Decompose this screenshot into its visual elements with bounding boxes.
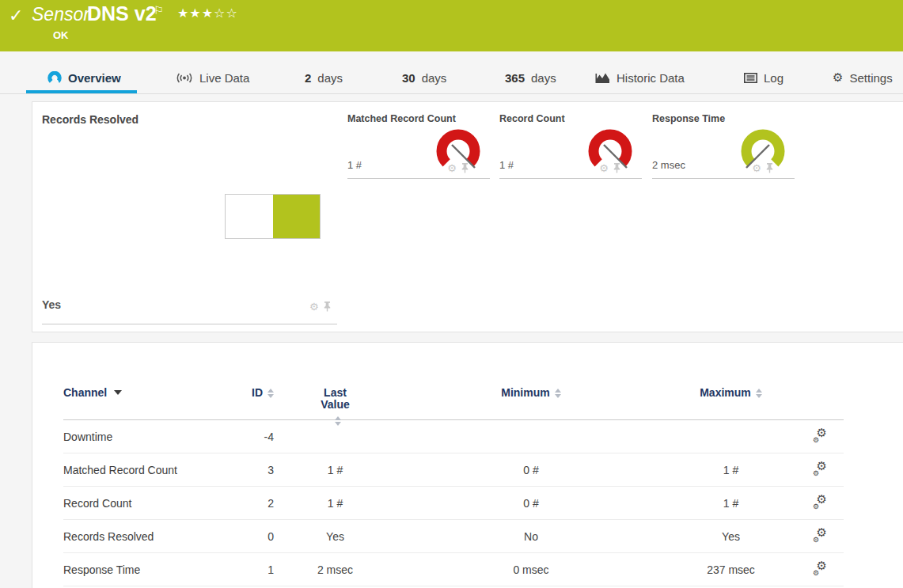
column-header-id[interactable]: ID (246, 387, 274, 426)
channel-settings-gears-icon[interactable]: ⚙⚙ (812, 461, 828, 476)
tab-historic-data[interactable]: Historic Data (595, 62, 685, 93)
channel-id: 2 (246, 497, 274, 510)
channel-last-value: 1 # (274, 497, 396, 510)
tab-overview[interactable]: Overview (47, 62, 121, 93)
widget-title: Matched Record Count (347, 113, 490, 124)
table-row: Record Count 2 1 # 0 # 1 # ⚙⚙ (63, 487, 844, 520)
gear-icon[interactable]: ⚙ (309, 302, 319, 312)
status-check-icon: ✓ (9, 6, 23, 26)
column-header-channel[interactable]: Channel (63, 387, 246, 426)
channel-name: Response Time (63, 563, 246, 576)
column-label: Last Value (321, 386, 350, 411)
active-tab-underline (26, 90, 137, 93)
tab-number: 30 (402, 71, 415, 85)
tab-365-days[interactable]: 365 days (505, 62, 556, 93)
channel-minimum: 0 msec (396, 563, 666, 576)
channel-id: -4 (246, 431, 274, 443)
record-count-widget: Record Count 1 # ⚙ (499, 113, 642, 180)
widget-value: Yes (42, 298, 61, 311)
channel-last-value: Yes (274, 530, 396, 543)
gauge-icon (47, 71, 62, 84)
boolean-indicator-fill (273, 195, 320, 238)
widget-divider (499, 178, 642, 179)
pin-icon[interactable] (323, 302, 332, 312)
tab-label: days (531, 71, 556, 85)
priority-stars[interactable]: ★★★☆☆ (177, 6, 238, 21)
sort-arrows-icon (267, 389, 274, 398)
channel-maximum: 237 msec (666, 563, 796, 576)
area-chart-icon (595, 72, 610, 84)
channel-id: 3 (246, 464, 274, 476)
sort-arrows-icon (555, 389, 561, 398)
channel-settings-gears-icon[interactable]: ⚙⚙ (812, 561, 828, 575)
column-header-maximum[interactable]: Maximum (666, 387, 796, 426)
channel-last-value: 1 # (274, 464, 396, 476)
channels-panel: Channel ID Last Value Minimum Maximum Do… (32, 342, 903, 588)
sort-arrows-icon (756, 389, 762, 398)
widget-value: 1 # (347, 159, 362, 171)
column-label: Minimum (501, 387, 549, 399)
sort-caret-icon (114, 390, 122, 395)
column-header-last-value[interactable]: Last Value (274, 387, 396, 426)
status-badge: OK (53, 29, 69, 41)
tab-label: Overview (68, 71, 121, 85)
broadcast-icon (176, 72, 193, 84)
channel-minimum: 0 # (396, 464, 666, 476)
sort-arrows-icon (335, 416, 341, 426)
channel-last-value: 2 msec (274, 563, 396, 576)
tab-live-data[interactable]: Live Data (176, 62, 249, 93)
channel-id: 0 (246, 530, 274, 543)
table-row: Matched Record Count 3 1 # 0 # 1 # ⚙⚙ (63, 453, 844, 487)
matched-record-count-widget: Matched Record Count 1 # ⚙ (347, 113, 490, 180)
flag-icon[interactable]: ⚐ (154, 4, 164, 17)
channel-minimum: 0 # (396, 497, 666, 510)
gear-icon[interactable]: ⚙ (599, 163, 609, 173)
table-header-row: Channel ID Last Value Minimum Maximum (63, 374, 844, 420)
table-row: Response Time 1 2 msec 0 msec 237 msec ⚙… (63, 553, 844, 586)
tab-label: Settings (849, 71, 892, 85)
sensor-name: DNS v2 (87, 2, 157, 25)
overview-widgets-panel: Records Resolved Yes ⚙ Matched Record Co… (32, 101, 903, 332)
widget-divider (42, 324, 337, 324)
channel-name: Matched Record Count (63, 464, 246, 476)
channel-maximum: Yes (666, 530, 796, 543)
gear-icon[interactable]: ⚙ (447, 163, 457, 173)
column-header-minimum[interactable]: Minimum (396, 387, 666, 426)
pin-icon[interactable] (461, 163, 469, 173)
sensor-type-label: Sensor (32, 4, 89, 25)
channel-name: Downtime (63, 431, 246, 443)
channel-settings-gears-icon[interactable]: ⚙⚙ (812, 528, 828, 542)
pin-icon[interactable] (765, 163, 774, 173)
widget-title: Response Time (652, 113, 795, 124)
channel-settings-gears-icon[interactable]: ⚙⚙ (812, 428, 828, 442)
tab-log[interactable]: Log (744, 62, 783, 93)
widget-title: Record Count (499, 113, 642, 124)
pin-icon[interactable] (613, 163, 621, 173)
widget-divider (652, 178, 795, 179)
tab-number: 365 (505, 71, 525, 85)
widget-value: 2 msec (652, 159, 685, 171)
sensor-header: ✓ Sensor DNS v2 ⚐ ★★★☆☆ OK (0, 0, 903, 51)
tab-30-days[interactable]: 30 days (402, 62, 446, 93)
widget-divider (347, 178, 490, 179)
channel-id: 1 (246, 563, 274, 576)
tab-2-days[interactable]: 2 days (305, 62, 343, 93)
channel-name: Record Count (63, 497, 246, 510)
channel-settings-gears-icon[interactable]: ⚙⚙ (812, 495, 828, 509)
tab-settings[interactable]: ⚙ Settings (833, 62, 893, 93)
tab-label: Historic Data (617, 71, 685, 85)
column-label: ID (252, 387, 263, 399)
channel-maximum: 1 # (666, 497, 796, 510)
channel-name: Records Resolved (63, 530, 246, 543)
tab-label: Log (764, 71, 783, 85)
gear-icon[interactable]: ⚙ (752, 163, 761, 173)
boolean-indicator (225, 194, 321, 239)
channel-minimum: No (396, 530, 666, 543)
table-row: Records Resolved 0 Yes No Yes ⚙⚙ (63, 520, 844, 553)
log-list-icon (744, 73, 757, 83)
tab-label: days (317, 71, 343, 85)
tab-label: Live Data (199, 71, 249, 85)
tab-number: 2 (305, 71, 311, 85)
channels-table: Channel ID Last Value Minimum Maximum Do… (63, 374, 844, 586)
channel-maximum: 1 # (666, 464, 796, 476)
